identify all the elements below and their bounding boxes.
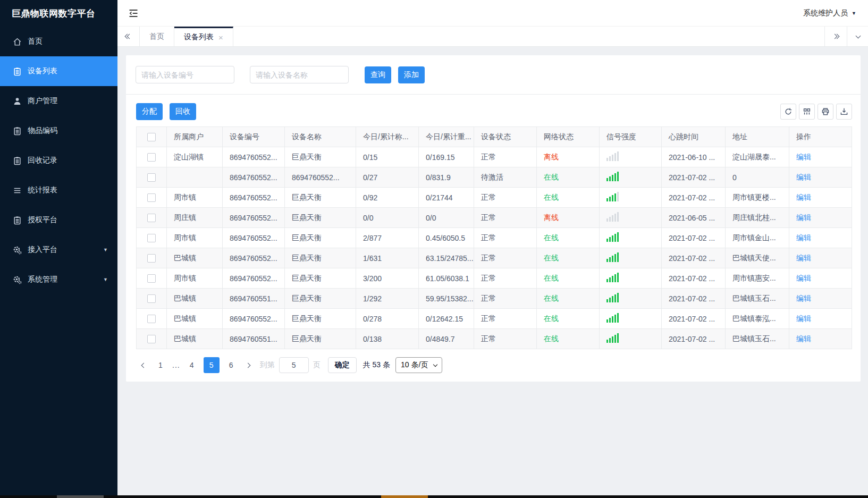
cell-device-status: 正常 [474,188,537,208]
sidebar-item-item-code[interactable]: 物品编码 [0,116,117,146]
signal-strength-bars [606,151,620,161]
sidebar-item-label: 回收记录 [28,156,57,165]
sidebar-item-recycle-records[interactable]: 回收记录 [0,146,117,175]
sidebar-item-merchant-mgmt[interactable]: 商户管理 [0,86,117,116]
edit-link[interactable]: 编辑 [796,254,811,262]
goto-page-input[interactable] [279,357,309,373]
tabs-scroll-left-button[interactable] [117,27,140,46]
cell-today-count: 1/631 [356,248,419,268]
row-checkbox[interactable] [147,254,156,263]
prev-page-button[interactable] [136,357,151,373]
device-code-input[interactable] [136,66,234,83]
row-checkbox[interactable] [147,193,156,202]
sidebar-item-device-list[interactable]: 设备列表 [0,56,117,86]
signal-bar [617,232,619,242]
cell-network-status: 在线 [537,188,600,208]
row-checkbox[interactable] [147,153,156,162]
cell-today-weight: 59.95/15382... [419,289,474,309]
edit-link[interactable]: 编辑 [796,294,811,302]
column-header: 设备名称 [285,127,356,147]
cell-network-status: 离线 [537,147,600,167]
signal-bar [614,294,616,302]
row-checkbox[interactable] [147,315,156,323]
add-button[interactable]: 添加 [398,66,425,83]
edit-link[interactable]: 编辑 [796,314,811,323]
cell-network-status: 在线 [537,289,600,309]
cell-today-count: 2/877 [356,228,419,248]
page-number-button[interactable]: 5 [204,357,220,373]
columns-button[interactable] [799,104,815,120]
cell-signal-strength [600,268,662,289]
tabbar: 首页设备列表× [117,27,868,47]
signal-bar [614,193,616,201]
cell-actions: 编辑 [789,188,852,208]
sidebar-item-access-platform[interactable]: 接入平台▼ [0,235,117,265]
cell-actions: 编辑 [789,167,852,188]
tabs-menu-button[interactable] [847,27,868,46]
cell-device-status: 正常 [474,228,537,248]
sidebar-item-authorize-platform[interactable]: 授权平台 [0,205,117,235]
recycle-button[interactable]: 回收 [170,103,196,120]
cell-device-name: 巨鼎天衡 [285,228,356,248]
signal-bar [617,313,619,323]
cell-actions: 编辑 [789,329,852,349]
cell-signal-strength [600,147,662,167]
assign-button[interactable]: 分配 [136,103,163,120]
tab-device-list[interactable]: 设备列表× [174,27,233,46]
edit-link[interactable]: 编辑 [796,233,811,242]
cell-today-count: 1/292 [356,289,419,309]
user-menu[interactable]: 系统维护人员 ▼ [803,9,856,18]
signal-strength-bars [606,273,620,282]
page-number-button[interactable]: 1 [153,357,168,373]
device-name-input[interactable] [250,66,349,83]
page-size-select[interactable]: 10 条/页 [395,357,442,373]
refresh-button[interactable] [780,104,796,120]
row-checkbox[interactable] [147,335,156,343]
total-count-label: 共 53 条 [363,360,390,370]
signal-bar [606,239,608,242]
row-checkbox[interactable] [147,274,156,283]
edit-link[interactable]: 编辑 [796,173,811,181]
signal-bar [614,173,616,181]
tabs-scroll-right-button[interactable] [824,27,847,46]
chevron-down-icon: ▼ [852,11,856,16]
print-button[interactable] [818,104,833,120]
edit-link[interactable]: 编辑 [796,193,811,201]
sidebar-item-label: 物品编码 [28,126,57,136]
select-all-checkbox[interactable] [147,133,156,141]
close-icon[interactable]: × [218,33,223,41]
edit-link[interactable]: 编辑 [796,334,811,343]
row-checkbox[interactable] [147,173,156,182]
query-button[interactable]: 查询 [365,66,391,83]
menu-fold-icon[interactable] [127,6,140,20]
row-checkbox[interactable] [147,234,156,242]
topbar: 系统维护人员 ▼ [117,0,868,27]
edit-link[interactable]: 编辑 [796,274,811,282]
goto-confirm-button[interactable]: 确定 [328,357,357,373]
pagination: 1...456 到第 页 确定 共 53 条 10 条/页 [136,357,852,373]
edit-link[interactable]: 编辑 [796,153,811,161]
next-page-button[interactable] [241,357,256,373]
cell-merchant: 周市镇 [167,228,223,248]
cell-device-code: 8694760552... [223,188,285,208]
cell-device-name: 8694760552... [285,167,356,188]
cell-device-status: 正常 [474,289,537,309]
sidebar-item-home[interactable]: 首页 [0,27,117,56]
device-list-icon [13,67,22,76]
cell-today-weight: 0/831.9 [419,167,474,188]
item-code-icon [13,126,22,136]
edit-link[interactable]: 编辑 [796,213,811,222]
page-number-button[interactable]: 6 [224,357,239,373]
sidebar-item-system-mgmt[interactable]: 系统管理▼ [0,265,117,294]
chevron-down-icon [433,362,437,366]
page-number-button[interactable]: 4 [184,357,199,373]
export-button[interactable] [836,104,852,120]
row-checkbox[interactable] [147,214,156,222]
cell-checkbox [137,289,167,309]
table-row: 周市镇8694760552...巨鼎天衡3/20061.05/6038.1正常在… [137,268,852,289]
cell-today-count: 0/278 [356,309,419,329]
tab-label: 首页 [149,32,164,41]
row-checkbox[interactable] [147,294,156,303]
sidebar-item-statistics-report[interactable]: 统计报表 [0,175,117,205]
tab-home[interactable]: 首页 [140,27,174,46]
